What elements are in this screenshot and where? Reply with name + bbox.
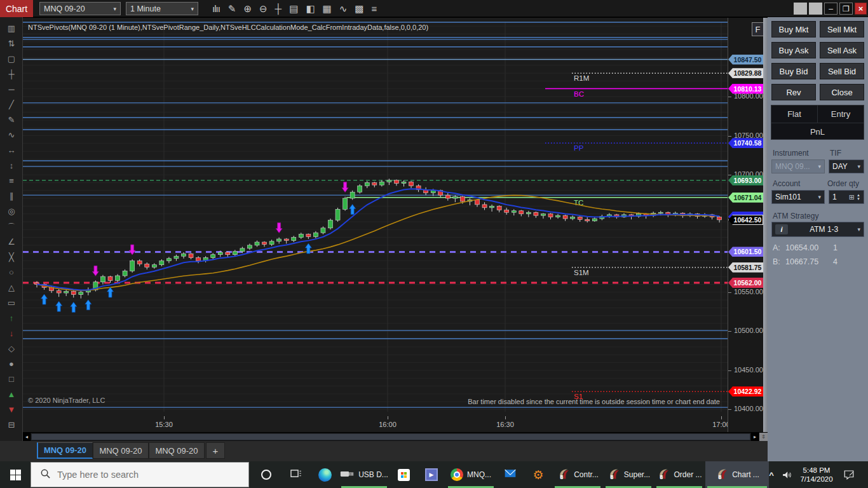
square-marker-icon[interactable]: □ bbox=[0, 374, 23, 384]
taskbar-item-edge[interactable] bbox=[311, 461, 338, 488]
time-axis-label: 16:00 bbox=[372, 421, 403, 428]
account-dropdown[interactable]: Sim101 ▾ bbox=[771, 190, 825, 204]
arc-tool-icon[interactable]: ⌒ bbox=[0, 222, 23, 233]
ellipse-tool-icon[interactable]: ○ bbox=[0, 268, 23, 277]
bar-spacing-icon[interactable]: ⇅ bbox=[0, 39, 23, 48]
tab-mnq-09-20-2[interactable]: MNQ 09-20 bbox=[93, 442, 149, 459]
taskbar-item-label: Contr... bbox=[574, 470, 599, 479]
scroll-left-arrow[interactable]: ◂ bbox=[23, 433, 31, 441]
fib-retracement-tool-icon[interactable]: ≡ bbox=[0, 176, 23, 186]
drawing-tools-icon[interactable]: ✎ bbox=[228, 3, 236, 15]
calculator-icon[interactable]: ⊞ bbox=[849, 193, 855, 201]
edge-icon bbox=[318, 468, 332, 482]
taskbar-item-nt-control-center[interactable]: 8Contr... bbox=[553, 461, 602, 488]
atm-strategy-dropdown[interactable]: i ATM 1-3 ▾ bbox=[771, 222, 864, 237]
sell-bid-button[interactable]: Sell Bid bbox=[820, 63, 864, 79]
sell-ask-button[interactable]: Sell Ask bbox=[820, 42, 864, 58]
taskbar-item-nt-superdom[interactable]: 8Super... bbox=[604, 461, 653, 488]
trash-icon[interactable]: ⊟ bbox=[0, 420, 23, 430]
chart-area[interactable]: R1MBCPPTCS1MS1 NTSvePivots(MNQ 09-20 (1 … bbox=[23, 18, 728, 432]
vertical-range-tool-icon[interactable]: ↕ bbox=[0, 161, 23, 170]
horizontal-line-tool-icon[interactable]: ─ bbox=[0, 85, 23, 94]
tif-dropdown[interactable]: DAY ▾ bbox=[829, 159, 864, 173]
cortana-button[interactable] bbox=[253, 461, 280, 488]
buy-bid-button[interactable]: Buy Bid bbox=[771, 63, 816, 79]
tab-mnq-09-20-3[interactable]: MNQ 09-20 bbox=[149, 442, 205, 459]
horizontal-range-tool-icon[interactable]: ↔ bbox=[0, 146, 23, 155]
crosshair-tool-icon[interactable]: ┼ bbox=[0, 69, 23, 79]
triangle-up-marker-icon[interactable]: ▲ bbox=[0, 390, 23, 399]
search-input[interactable] bbox=[57, 470, 235, 480]
position-display: Flat Entry PnL bbox=[771, 105, 864, 140]
minimize-button[interactable]: – bbox=[824, 3, 837, 15]
data-box-icon[interactable]: ▤ bbox=[289, 3, 297, 15]
buy-ask-button[interactable]: Buy Ask bbox=[771, 42, 816, 58]
rectangle-tool-icon[interactable]: ▭ bbox=[0, 298, 23, 308]
scrollbar-thumb[interactable] bbox=[31, 433, 750, 440]
taskbar-item-movies-tv[interactable]: ▶ bbox=[418, 461, 445, 488]
crosshair-icon[interactable]: ┼ bbox=[275, 3, 281, 14]
zoom-out-icon[interactable]: ⊖ bbox=[259, 3, 267, 15]
market-depth-icon[interactable]: ◧ bbox=[306, 3, 314, 15]
pencil-tool-icon[interactable]: ✎ bbox=[0, 115, 23, 125]
cross-marker-tool-icon[interactable]: ╳ bbox=[0, 252, 23, 262]
triangle-tool-icon[interactable]: △ bbox=[0, 283, 23, 292]
start-button[interactable] bbox=[0, 461, 31, 488]
properties-icon[interactable]: ≡ bbox=[372, 3, 377, 14]
interval-link-button[interactable] bbox=[809, 3, 822, 15]
reverse-button[interactable]: Rev bbox=[771, 84, 816, 100]
taskbar-item-settings[interactable]: ⚙ bbox=[525, 461, 552, 488]
parallel-channel-tool-icon[interactable]: ∥ bbox=[0, 191, 23, 201]
taskbar-search[interactable] bbox=[31, 462, 249, 487]
triangle-down-marker-icon[interactable]: ▼ bbox=[0, 405, 23, 414]
taskbar-item-mail[interactable] bbox=[497, 461, 524, 488]
strategies-icon[interactable]: ▩ bbox=[355, 3, 363, 15]
fixed-scale-button[interactable]: F bbox=[752, 22, 764, 36]
chart-canvas[interactable]: R1MBCPPTCS1MS1 bbox=[23, 18, 728, 416]
info-icon[interactable]: i bbox=[775, 224, 788, 234]
chart-style-icon[interactable]: ılıı bbox=[212, 3, 220, 14]
draw-path-icon[interactable]: ∿ bbox=[339, 3, 347, 15]
instrument-selector[interactable]: MNQ 09-20 ▾ bbox=[39, 2, 121, 15]
taskbar-item-nt-orders[interactable]: 8Order ... bbox=[654, 461, 704, 488]
dot-marker-icon[interactable]: ● bbox=[0, 359, 23, 369]
price-axis[interactable]: F 10800.0010750.0010700.0010550.0010500.… bbox=[728, 18, 763, 432]
taskbar-item-store[interactable] bbox=[390, 461, 417, 488]
arrow-down-marker-icon[interactable]: ↓ bbox=[0, 329, 23, 338]
sell-mkt-button[interactable]: Sell Mkt bbox=[820, 21, 864, 37]
clock[interactable]: 5:48 PM 7/14/2020 bbox=[796, 461, 837, 488]
atm-strategy-value: ATM 1-3 bbox=[790, 225, 857, 234]
instrument-dropdown[interactable]: MNQ 09... ▾ bbox=[771, 159, 825, 173]
horizontal-scrollbar[interactable]: ◂ ▸ ⇕ bbox=[23, 433, 768, 441]
svg-text:R1M: R1M bbox=[574, 74, 589, 82]
arrow-up-marker-icon[interactable]: ↑ bbox=[0, 313, 23, 323]
scroll-right-arrow[interactable]: ▸ bbox=[751, 433, 759, 441]
add-tab-button[interactable]: + bbox=[206, 442, 225, 459]
spinner-arrows[interactable]: ▲▼ bbox=[857, 193, 860, 201]
interval-selector[interactable]: 1 Minute ▾ bbox=[126, 2, 198, 15]
restore-button[interactable]: ❐ bbox=[839, 3, 853, 15]
instrument-link-button[interactable] bbox=[794, 3, 807, 15]
close-button[interactable]: × bbox=[855, 3, 867, 15]
trend-line-tool-icon[interactable]: ╱ bbox=[0, 100, 23, 109]
close-button[interactable]: Close bbox=[820, 84, 864, 100]
region-select-icon[interactable]: ▢ bbox=[0, 54, 23, 64]
action-center-button[interactable] bbox=[840, 461, 858, 488]
taskbar-item-nt-chart[interactable]: 8Chart ... bbox=[705, 461, 769, 488]
zoom-in-icon[interactable]: ⊕ bbox=[243, 3, 251, 15]
taskbar-item-usb-drive[interactable]: USB D... bbox=[339, 461, 389, 488]
vertical-scrollbar[interactable] bbox=[763, 18, 768, 432]
path-tool-icon[interactable]: ∿ bbox=[0, 130, 23, 140]
chart-style-icon[interactable]: ▥ bbox=[0, 24, 23, 33]
buy-mkt-button[interactable]: Buy Mkt bbox=[771, 21, 816, 37]
chart-menu-button[interactable]: Chart bbox=[0, 0, 33, 17]
indicators-icon[interactable]: ▦ bbox=[323, 3, 331, 15]
diamond-marker-icon[interactable]: ◇ bbox=[0, 344, 23, 353]
quantity-stepper[interactable]: 1 ⊞ ▲▼ bbox=[829, 190, 864, 204]
taskbar-item-chrome-mnq[interactable]: MNQ... bbox=[446, 461, 496, 488]
tab-mnq-09-20-1[interactable]: MNQ 09-20 bbox=[37, 442, 93, 459]
angle-tool-icon[interactable]: ∠ bbox=[0, 237, 23, 247]
speaker-icon[interactable] bbox=[779, 461, 794, 488]
task-view-button[interactable] bbox=[282, 461, 309, 488]
target-tool-icon[interactable]: ◎ bbox=[0, 207, 23, 216]
